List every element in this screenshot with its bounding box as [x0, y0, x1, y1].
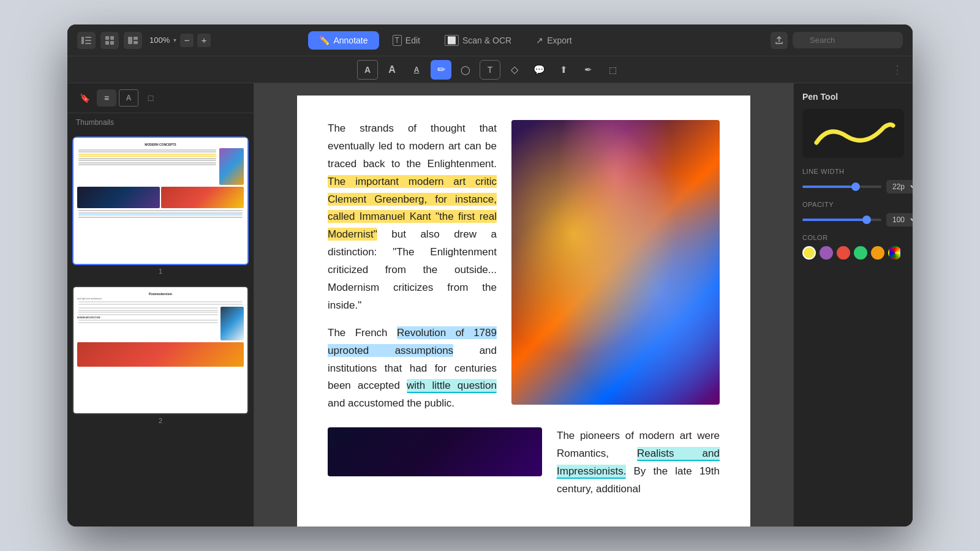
doc-paragraph-1: The strands of thought that eventually l… [328, 120, 497, 315]
line-width-row: 22pt [802, 180, 904, 193]
color-swatch-rainbow[interactable] [888, 246, 902, 260]
color-swatches [802, 246, 904, 260]
doc-lower-image [328, 427, 542, 476]
sidebar-tab-text[interactable]: A [119, 89, 138, 107]
ann-tool-shape[interactable]: ◇ [504, 60, 525, 80]
ann-tool-text-a[interactable]: A [382, 60, 402, 80]
doc-img-col [511, 120, 720, 413]
tab-scan-ocr[interactable]: ⬜ Scan & OCR [434, 31, 522, 50]
export-icon: ↗ [536, 36, 543, 45]
sidebar-tab-thumbnails[interactable]: ≡ [97, 89, 116, 107]
titlebar: 100% ▾ − + ✏️ Annotate T Edit ⬜ Scan & O… [67, 24, 913, 56]
pen-preview [802, 109, 904, 158]
svg-rect-3 [85, 43, 91, 44]
svg-rect-8 [128, 37, 132, 44]
zoom-control: 100% ▾ − + [149, 34, 211, 47]
line-width-dropdown[interactable]: 22pt [886, 180, 913, 193]
highlight-cyan-1: with little question [407, 379, 497, 393]
document-area[interactable]: The strands of thought that eventually l… [254, 83, 793, 527]
highlight-blue-1: Revolution of 1789 uprooted assumptions [328, 326, 497, 357]
layout-view-btn[interactable] [124, 32, 142, 49]
zoom-value: 100% [149, 36, 170, 45]
svg-rect-7 [110, 41, 114, 45]
doc-lower: The pioneers of modern art were Romantic… [328, 427, 720, 498]
line-width-slider[interactable] [802, 186, 881, 188]
opacity-dropdown[interactable]: 100% [886, 213, 913, 227]
tab-edit-label: Edit [405, 36, 420, 45]
thumb-inner-2: Postmodernism and high-tech architecture [72, 286, 249, 414]
opacity-row: 100% [802, 213, 904, 227]
pen-tool-title: Pen Tool [802, 92, 904, 102]
ann-tool-textbox[interactable]: T [480, 60, 500, 80]
ann-tool-comment[interactable]: 💬 [529, 60, 549, 80]
sidebar-toggle-btn[interactable] [77, 32, 96, 49]
nav-tabs: ✏️ Annotate T Edit ⬜ Scan & OCR ↗ Export [308, 31, 582, 50]
ann-tool-text-aa[interactable]: A [357, 60, 378, 80]
annotation-toolbar: A A A ✏ ◯ T ◇ 💬 ⬆ ✒ ⬚ ⋮ [67, 56, 913, 83]
svg-rect-9 [134, 37, 138, 40]
toolbar-icons [77, 32, 142, 49]
tab-export[interactable]: ↗ Export [525, 31, 582, 50]
annotate-icon: ✏️ [319, 36, 330, 45]
grid-view-btn[interactable] [100, 32, 119, 49]
thumb-inner-1: MODERN CONCEPTS [72, 137, 249, 265]
thumb-content-2: Postmodernism and high-tech architecture [74, 287, 247, 413]
ann-tool-selection[interactable]: ⬚ [602, 60, 623, 80]
svg-rect-10 [134, 41, 138, 44]
ann-tool-highlight[interactable]: ✏ [431, 60, 451, 80]
svg-rect-1 [85, 37, 91, 38]
opacity-label: OPACITY [802, 201, 904, 208]
ann-tool-stamp[interactable]: ⬆ [553, 60, 574, 80]
pen-stroke-preview [810, 118, 896, 149]
zoom-decrease-btn[interactable]: − [180, 34, 194, 47]
thumbnail-page-2[interactable]: Postmodernism and high-tech architecture [72, 286, 249, 428]
color-swatch-purple[interactable] [820, 246, 833, 260]
doc-paragraph-3: The pioneers of modern art were Romantic… [557, 427, 720, 498]
highlight-yellow-1: The important modern art critic Clement … [328, 175, 497, 241]
color-swatch-yellow[interactable] [802, 246, 816, 260]
color-swatch-green[interactable] [854, 246, 867, 260]
ann-tool-eraser[interactable]: ◯ [455, 60, 476, 80]
doc-image-inner [511, 120, 720, 405]
doc-text-col: The strands of thought that eventually l… [328, 120, 497, 413]
tab-scan-ocr-label: Scan & OCR [462, 36, 511, 45]
svg-rect-6 [105, 41, 109, 45]
share-btn[interactable] [771, 32, 788, 49]
ann-tool-text-small[interactable]: A [406, 60, 427, 80]
line-width-label: LINE WIDTH [802, 168, 904, 175]
sidebar-tab-pages[interactable]: □ [141, 89, 160, 107]
thumb-title-1: MODERN CONCEPTS [77, 143, 244, 146]
tab-annotate[interactable]: ✏️ Annotate [308, 31, 379, 50]
toolbar-collapse-btn[interactable]: ⋮ [892, 63, 903, 77]
scan-icon: ⬜ [445, 35, 459, 46]
sidebar-tab-bookmarks[interactable]: 🔖 [75, 89, 94, 107]
ann-tool-signature[interactable]: ✒ [578, 60, 598, 80]
thumb-page-num-2: 2 [72, 414, 249, 428]
tab-export-label: Export [547, 36, 571, 45]
color-swatch-red[interactable] [837, 246, 850, 260]
tab-annotate-label: Annotate [333, 36, 368, 45]
tab-edit[interactable]: T Edit [382, 31, 431, 50]
search-wrapper: 🔍 [793, 32, 903, 48]
thumbnails-list: MODERN CONCEPTS [67, 132, 254, 527]
edit-text-icon: T [393, 35, 402, 46]
thumb-title-2: Postmodernism [77, 292, 244, 296]
page-content: The strands of thought that eventually l… [297, 96, 750, 527]
color-swatch-orange[interactable] [871, 246, 884, 260]
sidebar: 🔖 ≡ A □ Thumbnails MODERN CONCEPTS [67, 83, 254, 527]
thumbnails-label: Thumbnails [67, 113, 254, 132]
ann-tools-center: A A A ✏ ◯ T ◇ 💬 ⬆ ✒ ⬚ [357, 60, 623, 80]
thumbnail-page-1[interactable]: MODERN CONCEPTS [72, 137, 249, 279]
opacity-slider[interactable] [802, 219, 881, 221]
doc-main-image [511, 120, 720, 405]
search-input[interactable] [793, 32, 903, 48]
color-label: COLOR [802, 234, 904, 241]
zoom-increase-btn[interactable]: + [197, 34, 211, 47]
svg-rect-4 [105, 36, 109, 40]
thumb-page-num-1: 1 [72, 265, 249, 279]
svg-rect-5 [110, 36, 114, 40]
svg-rect-0 [81, 37, 84, 44]
sidebar-tabs: 🔖 ≡ A □ [67, 83, 254, 113]
svg-rect-2 [85, 40, 91, 41]
app-window: 100% ▾ − + ✏️ Annotate T Edit ⬜ Scan & O… [67, 24, 913, 527]
